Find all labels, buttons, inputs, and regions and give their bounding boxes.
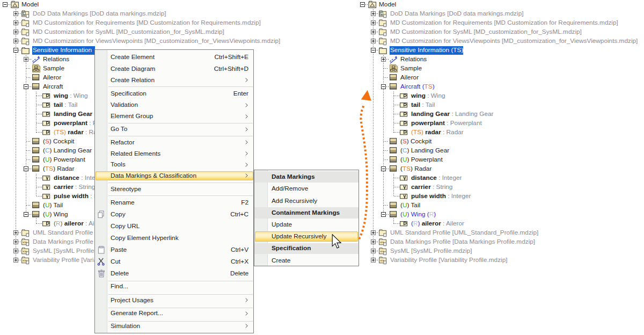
svg-text:«»: «» xyxy=(23,259,27,263)
svg-text:«»: «» xyxy=(380,250,384,253)
svg-text:L: L xyxy=(23,12,25,16)
svg-text:L: L xyxy=(380,12,383,16)
svg-text:«»: «» xyxy=(380,259,384,263)
svg-text:«»: «» xyxy=(23,250,27,253)
svg-text:«»: «» xyxy=(23,241,27,244)
